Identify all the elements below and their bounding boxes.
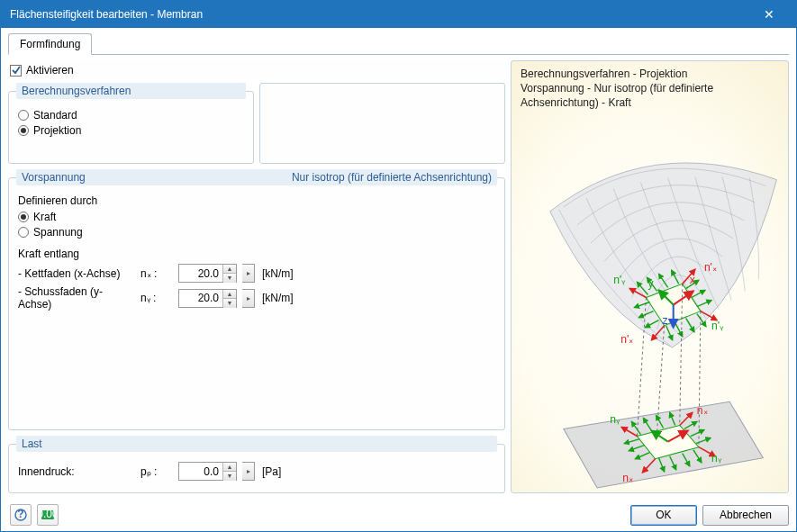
radio-stress-label: Spannung xyxy=(33,226,83,239)
weft-label: - Schussfaden (y-Achse) xyxy=(18,285,135,311)
radio-circle xyxy=(18,110,29,121)
body-row: Aktivieren Berechnungsverfahren Standard xyxy=(8,60,789,493)
radio-force-label: Kraft xyxy=(33,211,56,223)
spin-up-icon[interactable]: ▲ xyxy=(223,265,236,274)
warp-symbol: nₓ : xyxy=(140,267,173,280)
preview-line1: Berechnungsverfahren - Projektion xyxy=(521,67,779,81)
activate-label: Aktivieren xyxy=(26,64,74,77)
pressure-input[interactable] xyxy=(179,463,222,480)
svg-text:0.00: 0.00 xyxy=(41,509,55,520)
radio-stress[interactable]: Spannung xyxy=(18,226,83,239)
empty-group xyxy=(259,83,505,164)
content-area: Formfindung Aktivieren Berechnungsverfah… xyxy=(1,28,796,499)
spin-up-icon[interactable]: ▲ xyxy=(223,290,236,299)
ny-label-2: nᵧ xyxy=(711,452,722,464)
spin-up-icon[interactable]: ▲ xyxy=(223,463,236,472)
npx-label: n'ₓ xyxy=(704,261,717,274)
load-heading: Last xyxy=(16,436,497,452)
radio-standard-label: Standard xyxy=(33,109,77,122)
axis-x-label: x xyxy=(690,274,695,286)
pressure-symbol: pₚ : xyxy=(140,465,173,478)
method-heading: Berechnungsverfahren xyxy=(16,83,246,99)
radio-circle xyxy=(18,212,29,222)
help-button[interactable]: ? xyxy=(10,504,32,526)
tab-formfinding[interactable]: Formfindung xyxy=(8,33,92,55)
radio-force[interactable]: Kraft xyxy=(18,211,56,223)
npy-label: n'ᵧ xyxy=(613,274,626,286)
close-button[interactable]: ✕ xyxy=(751,7,787,22)
prestress-heading: Vorspannung Nur isotrop (für definierte … xyxy=(16,169,497,185)
preview-illustration: x y z n'ᵧ n'ᵧ n'ₓ n'ₓ xyxy=(512,103,788,492)
defineby-label: Definieren durch xyxy=(18,194,495,207)
checkbox-box xyxy=(10,65,22,77)
cancel-button[interactable]: Abbrechen xyxy=(702,505,789,526)
nx-label-2: nₓ xyxy=(622,472,633,484)
prestress-group: Vorspannung Nur isotrop (für definierte … xyxy=(8,169,505,430)
pressure-label: Innendruck: xyxy=(18,465,135,478)
warp-spinner[interactable]: ▲▼ xyxy=(178,264,237,283)
weft-dropdown[interactable]: ▸ xyxy=(242,289,255,308)
radio-circle xyxy=(18,227,29,238)
warp-unit: [kN/m] xyxy=(262,267,294,280)
activate-checkbox[interactable]: Aktivieren xyxy=(10,64,74,77)
weft-input[interactable] xyxy=(179,290,222,307)
axis-z-label: z xyxy=(663,314,668,327)
dialog-window: Flächensteifigkeit bearbeiten - Membran … xyxy=(0,0,797,532)
ny-label: nᵧ xyxy=(610,413,620,426)
weft-symbol: nᵧ : xyxy=(140,292,173,304)
tabstrip: Formfindung xyxy=(8,33,789,55)
radio-projection-label: Projektion xyxy=(33,124,81,137)
svg-text:?: ? xyxy=(17,509,23,520)
pressure-unit: [Pa] xyxy=(262,465,281,478)
radio-circle xyxy=(18,125,29,136)
activate-group: Aktivieren xyxy=(8,60,505,77)
spin-down-icon[interactable]: ▼ xyxy=(223,472,236,481)
pressure-dropdown[interactable]: ▸ xyxy=(242,462,255,481)
warp-label: - Kettfaden (x-Achse) xyxy=(18,267,135,280)
prestress-heading-text: Vorspannung xyxy=(22,171,86,184)
npx-label-2: n'ₓ xyxy=(620,333,633,346)
along-heading: Kraft entlang xyxy=(18,248,495,260)
method-group: Berechnungsverfahren Standard Projektion xyxy=(8,83,254,164)
spin-down-icon[interactable]: ▼ xyxy=(223,299,236,308)
help-icon: ? xyxy=(14,509,27,521)
axis-y-label: y xyxy=(648,277,654,290)
load-group: Last Innendruck: pₚ : ▲▼ ▸ [Pa] xyxy=(8,436,505,493)
radio-standard[interactable]: Standard xyxy=(18,109,77,122)
left-column: Aktivieren Berechnungsverfahren Standard xyxy=(8,60,505,493)
pressure-spinner[interactable]: ▲▼ xyxy=(178,462,237,481)
warp-dropdown[interactable]: ▸ xyxy=(242,264,255,283)
spin-down-icon[interactable]: ▼ xyxy=(223,274,236,283)
units-icon: 0.00 xyxy=(41,509,55,521)
weft-unit: [kN/m] xyxy=(262,292,294,304)
right-column: Berechnungsverfahren - Projektion Vorspa… xyxy=(511,60,789,493)
ok-button[interactable]: OK xyxy=(630,505,697,526)
nx-label: nₓ xyxy=(697,404,708,417)
npy-label-2: n'ᵧ xyxy=(711,320,724,332)
titlebar: Flächensteifigkeit bearbeiten - Membran … xyxy=(1,1,796,28)
units-button[interactable]: 0.00 xyxy=(37,504,59,526)
preview-panel: Berechnungsverfahren - Projektion Vorspa… xyxy=(511,60,789,493)
warp-input[interactable] xyxy=(179,265,222,282)
footer: ? 0.00 OK Abbrechen xyxy=(1,499,796,531)
weft-spinner[interactable]: ▲▼ xyxy=(178,289,237,308)
window-title: Flächensteifigkeit bearbeiten - Membran xyxy=(10,8,203,21)
radio-projection[interactable]: Projektion xyxy=(18,124,81,137)
prestress-subheading: Nur isotrop (für definierte Achsenrichtu… xyxy=(292,171,492,184)
